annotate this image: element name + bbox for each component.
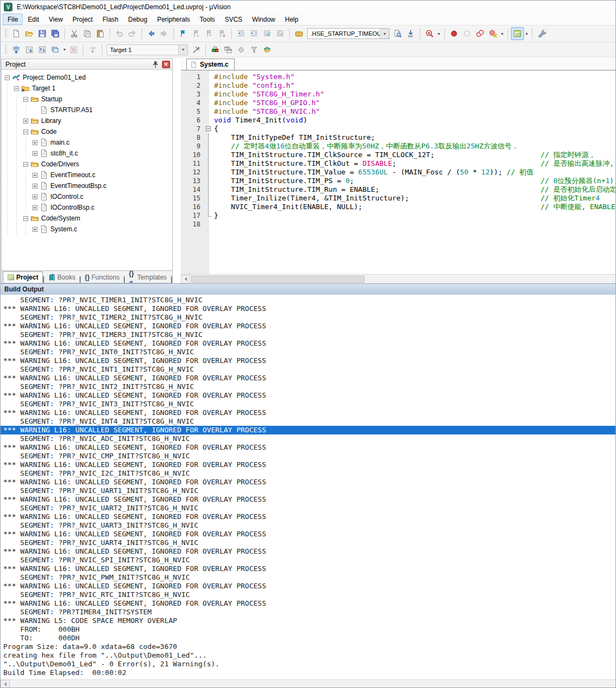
build-output-line-selected[interactable]: *** WARNING L16: UNCALLED SEGMENT, IGNOR… [1, 426, 615, 434]
build-output-line[interactable]: *** WARNING L16: UNCALLED SEGMENT, IGNOR… [1, 356, 615, 365]
uncomment-sel-button[interactable] [274, 27, 287, 40]
expand-icon[interactable]: + [33, 140, 37, 145]
find-in-files-button[interactable] [293, 27, 306, 40]
nav-forward-button[interactable] [158, 27, 171, 40]
editor-horizontal-scrollbar[interactable] [181, 274, 615, 283]
build-output-line[interactable]: SEGMENT: ?PR?_NVIC_INT3_INIT?STC8G_H_NVI… [1, 400, 615, 408]
pack-button[interactable] [261, 43, 274, 56]
undo-button[interactable] [113, 27, 126, 40]
target-select[interactable]: Target 1▾ [107, 44, 188, 55]
code-line[interactable]: 15 Timer_Inilize(Timer4, &TIM_InitStruct… [181, 194, 615, 203]
close-icon[interactable]: ✕ [162, 61, 170, 68]
bp-enable-button[interactable] [461, 27, 474, 40]
save-all-button[interactable] [49, 27, 62, 40]
tree-item-code[interactable]: −Code [2, 126, 172, 137]
expand-icon[interactable]: + [23, 119, 28, 124]
build-output-line[interactable]: SEGMENT: ?PR?_NVIC_INT0_INIT?STC8G_H_NVI… [1, 348, 615, 356]
bookmark-prev-button[interactable] [190, 27, 203, 40]
collapse-icon[interactable]: − [23, 97, 28, 102]
tree-item-system-c[interactable]: +System.c [2, 224, 172, 235]
comment-sel-button[interactable] [261, 27, 274, 40]
build-output-line[interactable]: FROM: 000BH [1, 625, 615, 634]
code-line[interactable]: 12 TIM_InitStructure.TIM_Value = 65536UL… [181, 168, 615, 177]
search-doc-button[interactable] [391, 27, 404, 40]
collapse-icon[interactable]: − [23, 216, 28, 221]
code-line[interactable]: 14 TIM_InitStructure.TIM_Run = ENABLE; /… [181, 185, 615, 194]
code-line[interactable]: 2#include "config.h" [181, 81, 615, 90]
build-output-line[interactable]: SEGMENT: ?PR?_NVIC_INT1_INIT?STC8G_H_NVI… [1, 365, 615, 374]
code-line[interactable]: 11 TIM_InitStructure.TIM_ClkOut = DISABL… [181, 159, 615, 168]
tab-functions[interactable]: {}Functions [81, 271, 123, 283]
tab-project[interactable]: Project [3, 271, 43, 283]
menu-item-project[interactable]: Project [68, 14, 98, 25]
build-output-line[interactable]: SEGMENT: ?PR?_NVIC_INT4_INIT?STC8G_H_NVI… [1, 417, 615, 426]
code-line[interactable]: 9 // 定时器4做16位自动重装，中断频率为50HZ，中断函数从P6.3取反输… [181, 142, 615, 151]
tree-item-iocontrol-c[interactable]: +IOControl.c [2, 191, 172, 202]
code-line[interactable]: 18 [181, 220, 615, 229]
expand-icon[interactable]: + [33, 173, 37, 178]
cascade-button[interactable] [222, 43, 235, 56]
expand-icon[interactable]: + [33, 151, 37, 156]
code-line[interactable]: 1#include "System.h" [181, 73, 615, 81]
tree-item-stc8h-it-c[interactable]: +stc8h_it.c [2, 148, 172, 159]
fold-collapse-icon[interactable]: − [205, 125, 212, 133]
build-output-line[interactable]: *** WARNING L16: UNCALLED SEGMENT, IGNOR… [1, 495, 615, 504]
paste-button[interactable] [94, 27, 107, 40]
tree-item-iocontrolbsp-c[interactable]: +IOControlBsp.c [2, 202, 172, 213]
build-output-line[interactable]: SEGMENT: ?PR?_NVIC_ADC_INIT?STC8G_H_NVIC [1, 434, 615, 443]
menu-item-svcs[interactable]: SVCS [220, 14, 248, 25]
expand-icon[interactable]: + [33, 194, 37, 199]
tree-item-eventtimeoutbsp-c[interactable]: +EventTimeoutBsp.c [2, 180, 172, 191]
indent-less-button[interactable] [235, 27, 248, 40]
bookmark-next-button[interactable] [203, 27, 216, 40]
new-file-button[interactable] [10, 27, 23, 40]
menu-item-window[interactable]: Window [247, 14, 280, 25]
load-button[interactable]: LOAD [86, 43, 99, 56]
build-output-line[interactable]: SEGMENT: ?PR?_NVIC_SPI_INIT?STC8G_H_NVIC [1, 556, 615, 564]
menu-item-file[interactable]: File [3, 14, 23, 25]
diamond-button[interactable] [235, 43, 248, 56]
code-line[interactable]: 5#include "STC8G_H_NVIC.h" [181, 107, 615, 116]
collapse-icon[interactable]: − [14, 86, 19, 91]
code-area[interactable]: 1#include "System.h"2#include "config.h"… [181, 70, 615, 274]
build-output-line[interactable]: *** WARNING L16: UNCALLED SEGMENT, IGNOR… [1, 391, 615, 400]
build-output-line[interactable]: TO: 000DH [1, 634, 615, 642]
menu-item-help[interactable]: Help [280, 14, 303, 25]
tree-item-project-demo01-led[interactable]: −Project: Demo01_Led [2, 72, 172, 83]
tree-item-library[interactable]: +Library [2, 115, 172, 126]
code-line[interactable]: 6void Timer4_Init(void) [181, 116, 615, 125]
pin-icon[interactable] [151, 60, 160, 69]
tree-item-startup[interactable]: −Startup [2, 94, 172, 105]
build-output-line[interactable]: *** WARNING L16: UNCALLED SEGMENT, IGNOR… [1, 304, 615, 313]
batch-build-button[interactable] [49, 43, 62, 56]
build-output-line[interactable]: SEGMENT: ?PR?_NVIC_PWM_INIT?STC8G_H_NVIC [1, 573, 615, 582]
rebuild-button[interactable] [36, 43, 49, 56]
window-layout-button[interactable] [511, 27, 524, 40]
tree-item-startup-a51[interactable]: STARTUP.A51 [2, 105, 172, 115]
build-output-line[interactable]: creating hex file from "..\Output\Demo01… [1, 651, 615, 660]
build-output-line[interactable]: "..\Output\Demo01_Led" - 0 Error(s), 21 … [1, 660, 615, 668]
build-output-line[interactable]: *** WARNING L16: UNCALLED SEGMENT, IGNOR… [1, 460, 615, 469]
expand-icon[interactable]: + [33, 205, 37, 210]
wrench-button[interactable] [535, 27, 548, 40]
open-folder-button[interactable] [23, 27, 36, 40]
build-output-line[interactable]: SEGMENT: ?PR?_NVIC_RTC_INIT?STC8G_H_NVIC [1, 590, 615, 599]
editor-tab-system-c[interactable]: System.c [186, 59, 235, 70]
build-output-line[interactable]: *** WARNING L16: UNCALLED SEGMENT, IGNOR… [1, 547, 615, 556]
build-output-line[interactable]: SEGMENT: ?PR?_NVIC_I2C_INIT?STC8G_H_NVIC [1, 469, 615, 478]
menu-item-flash[interactable]: Flash [98, 14, 123, 25]
build-output-line[interactable]: SEGMENT: ?PR?_NVIC_UART3_INIT?STC8G_H_NV… [1, 521, 615, 530]
dropdown-arrow-icon[interactable]: ▾ [500, 27, 505, 40]
tree-item-target-1[interactable]: −Target 1 [2, 83, 172, 94]
translate-button[interactable] [10, 43, 23, 56]
collapse-icon[interactable]: − [23, 162, 28, 167]
menu-item-edit[interactable]: Edit [23, 14, 44, 25]
code-line[interactable]: 3#include "STC8G_H_Timer.h" [181, 90, 615, 99]
collapse-icon[interactable]: − [5, 75, 10, 80]
code-line[interactable]: 10 TIM_InitStructure.TIM_ClkSource = TIM… [181, 151, 615, 159]
menu-item-debug[interactable]: Debug [124, 14, 152, 25]
build-output-line[interactable]: SEGMENT: ?PR?_NVIC_UART2_INIT?STC8G_H_NV… [1, 504, 615, 512]
build-output-line[interactable]: SEGMENT: ?PR?_NVIC_INT2_INIT?STC8G_H_NVI… [1, 382, 615, 391]
build-output-line[interactable]: *** WARNING L16: UNCALLED SEGMENT, IGNOR… [1, 530, 615, 538]
chevron-down-icon[interactable]: ▾ [178, 45, 187, 55]
